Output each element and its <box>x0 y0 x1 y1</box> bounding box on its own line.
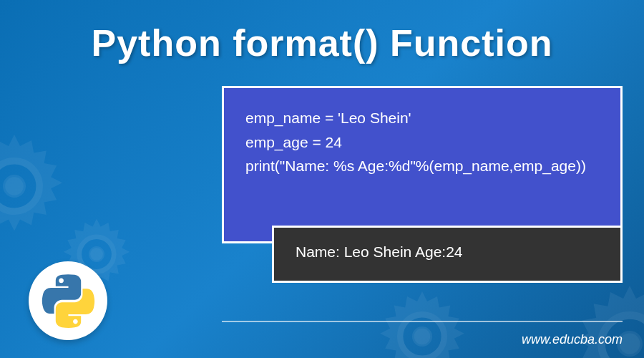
output-text: Name: Leo Shein Age:24 <box>296 243 599 261</box>
svg-point-5 <box>414 329 430 344</box>
code-line: emp_age = 24 <box>245 130 599 155</box>
website-url: www.educba.com <box>522 332 623 347</box>
output-block: Name: Leo Shein Age:24 <box>272 226 623 283</box>
gear-icon <box>372 286 472 358</box>
svg-point-3 <box>90 248 103 261</box>
page-title: Python format() Function <box>0 0 644 64</box>
svg-point-1 <box>5 177 24 195</box>
code-line: emp_name = 'Leo Shein' <box>245 106 599 130</box>
code-example-block: emp_name = 'Leo Shein' emp_age = 24 prin… <box>222 86 623 243</box>
code-line: print("Name: %s Age:%d"%(emp_name,emp_ag… <box>245 154 599 178</box>
divider-line <box>222 321 623 322</box>
python-logo-icon <box>29 261 107 340</box>
